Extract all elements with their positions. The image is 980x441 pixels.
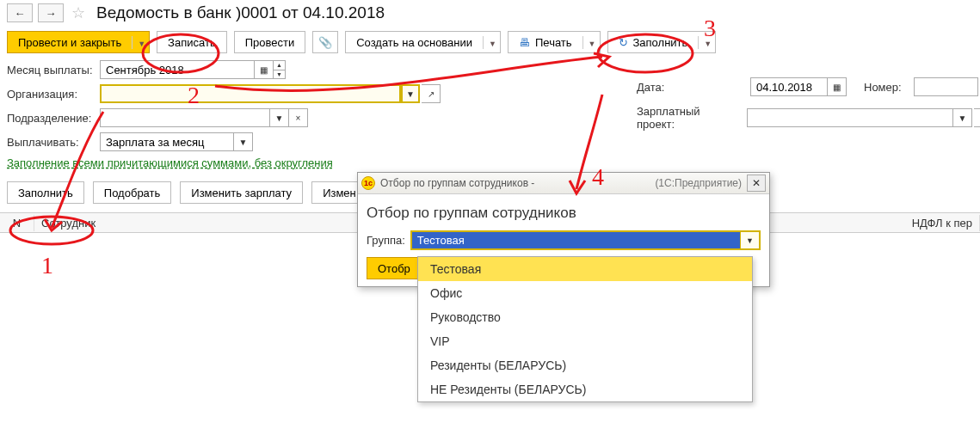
change-salary-button[interactable]: Изменить зарплату xyxy=(180,181,303,204)
group-option[interactable]: VIP xyxy=(418,329,752,353)
date-input[interactable] xyxy=(750,77,828,96)
month-step-up[interactable]: ▲ xyxy=(274,61,285,70)
group-combobox[interactable]: Тестовая ▼ xyxy=(410,230,761,250)
subdiv-label: Подразделение: xyxy=(7,112,93,125)
number-label: Номер: xyxy=(864,81,907,94)
group-option[interactable]: Тестовая xyxy=(418,257,752,281)
number-input[interactable] xyxy=(914,77,978,96)
fill-button[interactable]: Заполнить xyxy=(7,181,84,204)
date-picker-button[interactable]: ▦ xyxy=(828,77,847,96)
fill-settings-link[interactable]: Заполнение всеми причитающимися суммами,… xyxy=(7,156,333,169)
pay-label: Выплачивать: xyxy=(7,136,93,149)
nav-forward-button[interactable]: → xyxy=(38,3,64,22)
org-label: Организация: xyxy=(7,88,93,101)
attach-button[interactable]: 📎 xyxy=(312,31,338,53)
printer-icon: 🖶 xyxy=(519,36,530,49)
pay-input[interactable] xyxy=(100,132,234,151)
paperclip-icon: 📎 xyxy=(318,36,332,49)
month-picker-button[interactable]: ▦ xyxy=(255,60,274,79)
pick-button[interactable]: Подобрать xyxy=(93,181,171,204)
col-ndfl: НДФЛ к пер xyxy=(905,215,980,231)
group-dropdown-toggle[interactable]: ▼ xyxy=(740,232,759,248)
project-dropdown-button[interactable]: ▼ xyxy=(953,108,972,127)
month-input[interactable] xyxy=(100,60,255,79)
group-label: Группа: xyxy=(367,234,405,247)
favorite-star-icon[interactable]: ☆ xyxy=(69,3,88,22)
calendar-icon: ▦ xyxy=(260,65,268,75)
organization-input[interactable] xyxy=(100,84,401,103)
project-input[interactable] xyxy=(747,108,953,127)
save-button[interactable]: Записать xyxy=(157,31,227,53)
select-button[interactable]: Отобр xyxy=(367,257,422,279)
project-open-button[interactable]: ↗ xyxy=(974,108,980,127)
chevron-down-icon: ▼ xyxy=(489,40,496,48)
fill-toolbar-button[interactable]: ↻ Заполнить ▼ xyxy=(607,31,717,53)
nav-back-button[interactable]: ← xyxy=(7,3,33,22)
subdivision-input[interactable] xyxy=(100,108,270,127)
chevron-down-icon: ▼ xyxy=(704,40,712,48)
app-1c-icon: 1c xyxy=(361,176,375,190)
subdivision-clear-button[interactable]: × xyxy=(289,108,308,127)
group-option[interactable]: НЕ Резиденты (БЕЛАРУСЬ) xyxy=(418,377,752,401)
pay-dropdown-button[interactable]: ▼ xyxy=(234,132,253,151)
group-option[interactable]: Руководство xyxy=(418,305,752,329)
project-label: Зарплатный проект: xyxy=(637,105,740,131)
group-option[interactable]: Офис xyxy=(418,281,752,305)
group-option[interactable]: Резиденты (БЕЛАРУСЬ) xyxy=(418,353,752,377)
dialog-title: Отбор по группам сотрудников - xyxy=(380,177,650,189)
subdivision-dropdown-button[interactable]: ▼ xyxy=(270,108,289,127)
month-label: Месяц выплаты: xyxy=(7,64,93,77)
dialog-heading: Отбор по группам сотрудников xyxy=(367,205,761,222)
annotation-1: 1 xyxy=(41,252,53,279)
create-basis-button[interactable]: Создать на основании ▼ xyxy=(345,31,501,53)
dialog-platform: (1С:Предприятие) xyxy=(655,177,742,189)
page-title: Ведомость в банк )0001 от 04.10.2018 xyxy=(96,3,385,22)
close-icon: ✕ xyxy=(752,177,761,189)
post-and-close-button[interactable]: Провести и закрыть ▼ xyxy=(7,31,150,53)
post-and-close-label: Провести и закрыть xyxy=(18,36,121,49)
refresh-icon: ↻ xyxy=(619,36,628,49)
col-n: N xyxy=(0,215,34,231)
chevron-down-icon: ▼ xyxy=(589,40,596,48)
dialog-close-button[interactable]: ✕ xyxy=(747,175,766,192)
post-button[interactable]: Провести xyxy=(234,31,306,53)
print-button[interactable]: 🖶 Печать ▼ xyxy=(508,31,601,53)
chevron-down-icon: ▼ xyxy=(138,40,145,48)
organization-dropdown-button[interactable]: ▼ xyxy=(401,84,420,103)
organization-open-button[interactable]: ↗ xyxy=(422,84,441,103)
date-label: Дата: xyxy=(637,81,740,94)
group-dropdown-list: Тестовая Офис Руководство VIP Резиденты … xyxy=(417,256,753,402)
group-selected-value: Тестовая xyxy=(412,232,740,248)
month-step-down[interactable]: ▼ xyxy=(274,70,285,79)
